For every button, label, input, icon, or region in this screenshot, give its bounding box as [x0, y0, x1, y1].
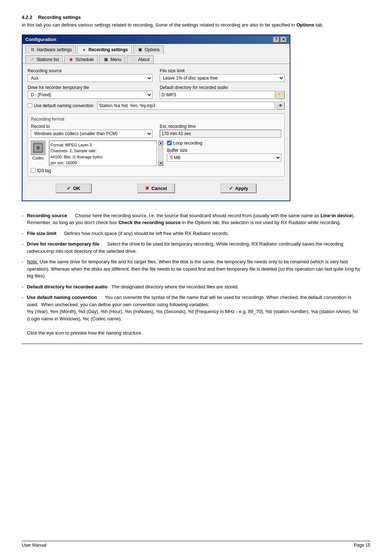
source-and-filesize-row: Recording source Aux File size limit Lea…	[28, 68, 285, 82]
codec-info-text: Format: MPEG Layer-3 Channels: 2; Sample…	[50, 142, 155, 166]
recording-icon: ●	[81, 47, 87, 53]
default-dir-label: Default directory for recorded audio	[160, 85, 285, 90]
file-size-limit-col: File size limit Leave 1% of disc space f…	[160, 68, 285, 82]
footer-right: Page 15	[354, 543, 370, 548]
tab-recording-settings[interactable]: ● Recording settings	[77, 45, 132, 54]
section-title: Recording settings	[38, 15, 81, 20]
menu-icon: ▦	[103, 57, 109, 62]
loop-recording-checkbox[interactable]	[167, 141, 172, 145]
dialog-titlebar: Configuration ? ✕	[23, 35, 290, 44]
list-item-recording-source: - Recording source Choose here the recor…	[22, 212, 363, 226]
ok-button[interactable]: ✔ OK	[56, 183, 92, 193]
tab-recording-label: Recording settings	[89, 47, 128, 52]
est-time-label: Est. recording time	[160, 124, 281, 129]
loop-recording-label[interactable]: Loop recording	[167, 141, 281, 146]
naming-row: Use default naming convention 👁	[28, 102, 285, 110]
apply-label: Apply	[235, 186, 248, 191]
schedule-icon: ◉	[68, 57, 74, 62]
naming-label: Use default naming convention	[34, 103, 94, 108]
codec-scrollbar[interactable]: ▲ ▼	[158, 141, 163, 166]
naming-input-row: 👁	[97, 102, 285, 110]
buffer-size-section: Buffer size 5 MB	[167, 148, 281, 162]
page-footer: User Manual Page 15	[22, 541, 370, 548]
titlebar-buttons: ? ✕	[273, 37, 287, 42]
tab-menu-label: Menu	[110, 57, 121, 62]
tab-row-2: ✓ Stations list ◉ Schedule ▦ Menu ☺ Abou…	[23, 54, 290, 64]
note-underline: Note:	[27, 259, 38, 264]
drive-select[interactable]: D - [Fixed]	[28, 91, 152, 99]
tab-hardware-label: Hardware settings	[37, 47, 72, 52]
dialog-body: Recording source Aux File size limit Lea…	[23, 64, 290, 200]
term-default-dir: Default directory for recorded audio	[27, 284, 107, 289]
tab-menu[interactable]: ▦ Menu	[99, 55, 125, 64]
codec-row: Codec Format: MPEG Layer-3 Channels: 2; …	[31, 141, 281, 166]
recording-format-box: Recording format Record to Windows audio…	[28, 113, 285, 177]
tab-options[interactable]: ▣ Options	[133, 45, 163, 54]
browse-button[interactable]: 📁	[276, 91, 285, 99]
codec-label: Codec	[32, 156, 44, 160]
drive-col: Drive for recorder temporary file D - [F…	[28, 85, 152, 99]
loop-buffer-col: Loop recording Buffer size 5 MB	[167, 141, 281, 162]
scrollbar-down-button[interactable]: ▼	[159, 161, 163, 166]
est-time-col: Est. recording time	[160, 124, 281, 138]
codec-info-box: Format: MPEG Layer-3 Channels: 2; Sample…	[49, 141, 157, 166]
svg-point-2	[36, 146, 40, 150]
eye-icon-note: Click the eye icon to preview how the na…	[27, 330, 142, 336]
term-recording-source: Recording source	[27, 213, 67, 218]
term-naming: Use default naming convention	[27, 295, 97, 300]
tab-options-label: Options	[144, 47, 159, 52]
recording-source-select[interactable]: Aux	[28, 74, 152, 82]
ok-label: OK	[73, 186, 80, 191]
codec-icon-area: Codec	[31, 141, 45, 160]
list-item-note: - Note: Use the same drive for temporary…	[22, 258, 363, 280]
help-button[interactable]: ?	[273, 37, 279, 42]
list-item-default-dir: - Default directory for recorded audio T…	[22, 283, 363, 291]
hardware-icon: ⊟	[29, 47, 35, 53]
dialog-tabs: ⊟ Hardware settings ● Recording settings…	[23, 44, 290, 64]
term-drive: Drive for recorder temporary file	[27, 241, 99, 247]
id3-tag-label[interactable]: ID3 tag	[31, 168, 281, 173]
footer-left: User Manual	[22, 543, 46, 548]
scrollbar-up-button[interactable]: ▲	[159, 141, 163, 145]
term-file-size: File size limit	[27, 231, 56, 236]
id3-tag-checkbox[interactable]	[31, 168, 36, 173]
tab-about[interactable]: ☺ About	[127, 55, 153, 64]
options-icon: ▣	[137, 47, 143, 53]
ok-icon: ✔	[67, 186, 71, 191]
description-list: - Recording source Choose here the recor…	[22, 212, 363, 337]
tab-row-1: ⊟ Hardware settings ● Recording settings…	[23, 44, 290, 54]
codec-svg	[33, 142, 44, 153]
cancel-label: Cancel	[151, 186, 167, 191]
id3-tag-text: ID3 tag	[37, 168, 51, 173]
cancel-button[interactable]: ✖ Cancel	[137, 183, 175, 193]
dialog-title: Configuration	[25, 37, 56, 42]
apply-button[interactable]: ✔ Apply	[220, 183, 257, 193]
file-size-limit-select[interactable]: Leave 1% of disc space free	[160, 74, 285, 82]
buffer-size-select[interactable]: 5 MB	[167, 154, 281, 162]
drive-and-dir-row: Drive for recorder temporary file D - [F…	[28, 85, 285, 99]
close-button[interactable]: ✕	[280, 37, 287, 42]
list-item-naming: - Use default naming convention You can …	[22, 294, 363, 336]
apply-icon: ✔	[229, 186, 233, 191]
drive-label: Drive for recorder temporary file	[28, 85, 152, 90]
default-dir-col: Default directory for recorded audio 📁	[160, 85, 285, 99]
tab-hardware-settings[interactable]: ⊟ Hardware settings	[25, 45, 76, 54]
naming-pattern-input[interactable]	[97, 102, 275, 110]
record-to-select[interactable]: Windows audio codecs (smaller than PCM)	[31, 130, 152, 138]
tab-schedule-label: Schedule	[75, 57, 94, 62]
codec-icon	[31, 141, 45, 155]
tab-schedule[interactable]: ◉ Schedule	[64, 55, 98, 64]
file-size-limit-label: File size limit	[160, 68, 285, 73]
tab-stations-list[interactable]: ✓ Stations list	[25, 55, 63, 64]
record-to-label: Record to	[31, 124, 152, 129]
recording-format-title: Recording format	[31, 117, 281, 122]
directory-row: 📁	[160, 91, 285, 99]
list-item-drive: - Drive for recorder temporary file Sele…	[22, 240, 363, 255]
dialog-footer: ✔ OK ✖ Cancel ✔ Apply	[28, 180, 285, 196]
naming-checkbox-label[interactable]: Use default naming convention	[28, 103, 94, 108]
record-to-row: Record to Windows audio codecs (smaller …	[31, 124, 281, 138]
default-dir-input[interactable]	[160, 91, 275, 99]
naming-checkbox[interactable]	[28, 103, 32, 108]
page-separator	[22, 344, 363, 344]
preview-button[interactable]: 👁	[277, 102, 285, 110]
